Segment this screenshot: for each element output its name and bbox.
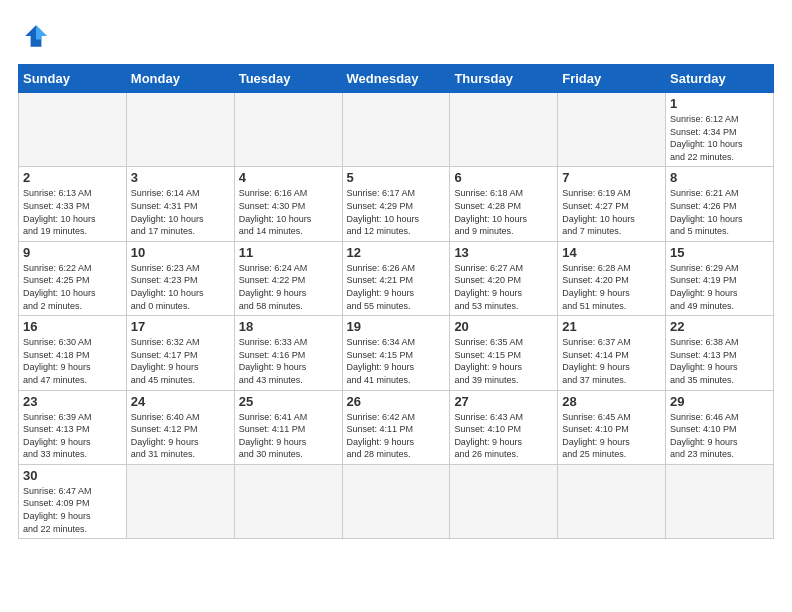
day-info: Sunrise: 6:27 AM Sunset: 4:20 PM Dayligh… — [454, 262, 553, 312]
calendar-cell: 19Sunrise: 6:34 AM Sunset: 4:15 PM Dayli… — [342, 316, 450, 390]
day-info: Sunrise: 6:34 AM Sunset: 4:15 PM Dayligh… — [347, 336, 446, 386]
weekday-header-tuesday: Tuesday — [234, 65, 342, 93]
day-info: Sunrise: 6:13 AM Sunset: 4:33 PM Dayligh… — [23, 187, 122, 237]
day-number: 15 — [670, 245, 769, 260]
calendar-cell — [19, 93, 127, 167]
calendar-cell: 2Sunrise: 6:13 AM Sunset: 4:33 PM Daylig… — [19, 167, 127, 241]
weekday-header-thursday: Thursday — [450, 65, 558, 93]
day-number: 30 — [23, 468, 122, 483]
logo — [18, 18, 60, 54]
calendar-cell: 18Sunrise: 6:33 AM Sunset: 4:16 PM Dayli… — [234, 316, 342, 390]
calendar-cell: 9Sunrise: 6:22 AM Sunset: 4:25 PM Daylig… — [19, 241, 127, 315]
calendar-week-6: 30Sunrise: 6:47 AM Sunset: 4:09 PM Dayli… — [19, 464, 774, 538]
day-number: 5 — [347, 170, 446, 185]
day-info: Sunrise: 6:16 AM Sunset: 4:30 PM Dayligh… — [239, 187, 338, 237]
day-info: Sunrise: 6:29 AM Sunset: 4:19 PM Dayligh… — [670, 262, 769, 312]
day-number: 20 — [454, 319, 553, 334]
calendar-cell: 14Sunrise: 6:28 AM Sunset: 4:20 PM Dayli… — [558, 241, 666, 315]
calendar-cell: 16Sunrise: 6:30 AM Sunset: 4:18 PM Dayli… — [19, 316, 127, 390]
calendar-cell: 17Sunrise: 6:32 AM Sunset: 4:17 PM Dayli… — [126, 316, 234, 390]
day-info: Sunrise: 6:22 AM Sunset: 4:25 PM Dayligh… — [23, 262, 122, 312]
calendar-cell: 23Sunrise: 6:39 AM Sunset: 4:13 PM Dayli… — [19, 390, 127, 464]
day-info: Sunrise: 6:30 AM Sunset: 4:18 PM Dayligh… — [23, 336, 122, 386]
day-number: 2 — [23, 170, 122, 185]
day-info: Sunrise: 6:28 AM Sunset: 4:20 PM Dayligh… — [562, 262, 661, 312]
calendar-cell: 28Sunrise: 6:45 AM Sunset: 4:10 PM Dayli… — [558, 390, 666, 464]
day-number: 4 — [239, 170, 338, 185]
calendar-cell — [558, 464, 666, 538]
day-number: 10 — [131, 245, 230, 260]
day-info: Sunrise: 6:12 AM Sunset: 4:34 PM Dayligh… — [670, 113, 769, 163]
calendar-cell: 25Sunrise: 6:41 AM Sunset: 4:11 PM Dayli… — [234, 390, 342, 464]
day-info: Sunrise: 6:33 AM Sunset: 4:16 PM Dayligh… — [239, 336, 338, 386]
day-info: Sunrise: 6:41 AM Sunset: 4:11 PM Dayligh… — [239, 411, 338, 461]
day-info: Sunrise: 6:38 AM Sunset: 4:13 PM Dayligh… — [670, 336, 769, 386]
day-number: 18 — [239, 319, 338, 334]
generalblue-logo-icon — [18, 18, 54, 54]
calendar-cell: 29Sunrise: 6:46 AM Sunset: 4:10 PM Dayli… — [666, 390, 774, 464]
calendar-cell — [450, 93, 558, 167]
day-number: 8 — [670, 170, 769, 185]
day-info: Sunrise: 6:14 AM Sunset: 4:31 PM Dayligh… — [131, 187, 230, 237]
calendar-cell: 26Sunrise: 6:42 AM Sunset: 4:11 PM Dayli… — [342, 390, 450, 464]
header — [18, 18, 774, 54]
day-info: Sunrise: 6:43 AM Sunset: 4:10 PM Dayligh… — [454, 411, 553, 461]
calendar-cell: 6Sunrise: 6:18 AM Sunset: 4:28 PM Daylig… — [450, 167, 558, 241]
calendar-header: SundayMondayTuesdayWednesdayThursdayFrid… — [19, 65, 774, 93]
day-number: 1 — [670, 96, 769, 111]
calendar-week-2: 2Sunrise: 6:13 AM Sunset: 4:33 PM Daylig… — [19, 167, 774, 241]
day-info: Sunrise: 6:40 AM Sunset: 4:12 PM Dayligh… — [131, 411, 230, 461]
calendar-cell: 27Sunrise: 6:43 AM Sunset: 4:10 PM Dayli… — [450, 390, 558, 464]
day-number: 24 — [131, 394, 230, 409]
calendar-week-5: 23Sunrise: 6:39 AM Sunset: 4:13 PM Dayli… — [19, 390, 774, 464]
calendar-cell: 8Sunrise: 6:21 AM Sunset: 4:26 PM Daylig… — [666, 167, 774, 241]
day-info: Sunrise: 6:47 AM Sunset: 4:09 PM Dayligh… — [23, 485, 122, 535]
calendar-cell: 24Sunrise: 6:40 AM Sunset: 4:12 PM Dayli… — [126, 390, 234, 464]
calendar-cell: 10Sunrise: 6:23 AM Sunset: 4:23 PM Dayli… — [126, 241, 234, 315]
day-number: 27 — [454, 394, 553, 409]
day-info: Sunrise: 6:24 AM Sunset: 4:22 PM Dayligh… — [239, 262, 338, 312]
day-info: Sunrise: 6:21 AM Sunset: 4:26 PM Dayligh… — [670, 187, 769, 237]
calendar-cell — [234, 93, 342, 167]
calendar-cell: 22Sunrise: 6:38 AM Sunset: 4:13 PM Dayli… — [666, 316, 774, 390]
day-number: 25 — [239, 394, 338, 409]
day-info: Sunrise: 6:35 AM Sunset: 4:15 PM Dayligh… — [454, 336, 553, 386]
calendar-cell — [126, 93, 234, 167]
calendar-cell — [450, 464, 558, 538]
calendar-cell: 13Sunrise: 6:27 AM Sunset: 4:20 PM Dayli… — [450, 241, 558, 315]
weekday-header-wednesday: Wednesday — [342, 65, 450, 93]
day-number: 19 — [347, 319, 446, 334]
calendar-cell — [342, 93, 450, 167]
day-number: 9 — [23, 245, 122, 260]
day-info: Sunrise: 6:39 AM Sunset: 4:13 PM Dayligh… — [23, 411, 122, 461]
day-number: 26 — [347, 394, 446, 409]
day-info: Sunrise: 6:45 AM Sunset: 4:10 PM Dayligh… — [562, 411, 661, 461]
day-info: Sunrise: 6:32 AM Sunset: 4:17 PM Dayligh… — [131, 336, 230, 386]
calendar-cell — [558, 93, 666, 167]
day-number: 6 — [454, 170, 553, 185]
calendar-cell: 21Sunrise: 6:37 AM Sunset: 4:14 PM Dayli… — [558, 316, 666, 390]
day-number: 29 — [670, 394, 769, 409]
day-number: 22 — [670, 319, 769, 334]
calendar-week-3: 9Sunrise: 6:22 AM Sunset: 4:25 PM Daylig… — [19, 241, 774, 315]
calendar-cell: 7Sunrise: 6:19 AM Sunset: 4:27 PM Daylig… — [558, 167, 666, 241]
calendar-cell: 4Sunrise: 6:16 AM Sunset: 4:30 PM Daylig… — [234, 167, 342, 241]
day-number: 11 — [239, 245, 338, 260]
day-info: Sunrise: 6:46 AM Sunset: 4:10 PM Dayligh… — [670, 411, 769, 461]
calendar-cell: 11Sunrise: 6:24 AM Sunset: 4:22 PM Dayli… — [234, 241, 342, 315]
day-number: 23 — [23, 394, 122, 409]
calendar-cell: 5Sunrise: 6:17 AM Sunset: 4:29 PM Daylig… — [342, 167, 450, 241]
day-number: 17 — [131, 319, 230, 334]
calendar-table: SundayMondayTuesdayWednesdayThursdayFrid… — [18, 64, 774, 539]
day-number: 12 — [347, 245, 446, 260]
day-number: 13 — [454, 245, 553, 260]
day-info: Sunrise: 6:26 AM Sunset: 4:21 PM Dayligh… — [347, 262, 446, 312]
calendar-cell: 12Sunrise: 6:26 AM Sunset: 4:21 PM Dayli… — [342, 241, 450, 315]
page: SundayMondayTuesdayWednesdayThursdayFrid… — [0, 0, 792, 612]
day-info: Sunrise: 6:37 AM Sunset: 4:14 PM Dayligh… — [562, 336, 661, 386]
calendar-cell — [342, 464, 450, 538]
calendar-cell: 30Sunrise: 6:47 AM Sunset: 4:09 PM Dayli… — [19, 464, 127, 538]
day-number: 21 — [562, 319, 661, 334]
calendar-week-1: 1Sunrise: 6:12 AM Sunset: 4:34 PM Daylig… — [19, 93, 774, 167]
weekday-header-sunday: Sunday — [19, 65, 127, 93]
